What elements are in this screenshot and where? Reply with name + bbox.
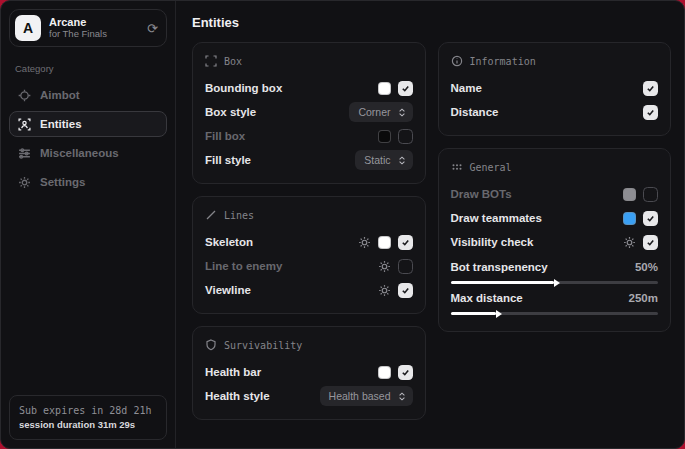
sidebar-item-settings[interactable]: Settings <box>9 169 167 195</box>
bot-transparency-slider-group: Bot transpenency 50% <box>451 261 659 284</box>
color-swatch[interactable] <box>623 188 636 201</box>
setting-row-box-style: Box style Corner <box>205 101 413 123</box>
lines-section-header: Lines <box>205 209 413 221</box>
max-distance-slider-group: Max distance 250m <box>451 292 659 315</box>
sub-expiry-text: Sub expires in 28d 21h <box>19 403 157 418</box>
setting-label: Line to enemy <box>205 260 282 272</box>
checkbox[interactable] <box>398 235 413 250</box>
setting-label: Viewline <box>205 284 251 296</box>
sidebar-item-label: Entities <box>40 118 82 130</box>
gear-icon[interactable] <box>623 236 636 249</box>
slider-value: 250m <box>629 292 658 304</box>
setting-row-health-style: Health style Health based <box>205 385 413 407</box>
section-title: Box <box>224 56 242 67</box>
setting-label: Skeleton <box>205 236 253 248</box>
setting-label: Draw BOTs <box>451 188 512 200</box>
fill-style-dropdown[interactable]: Static <box>355 150 412 170</box>
setting-row-fill-style: Fill style Static <box>205 149 413 171</box>
setting-row-name: Name <box>451 77 659 99</box>
shield-icon <box>205 339 217 351</box>
section-title: Lines <box>224 210 254 221</box>
setting-label: Distance <box>451 106 499 118</box>
max-distance-slider[interactable] <box>451 312 659 315</box>
app-subtitle: for The Finals <box>49 29 139 40</box>
section-title: Information <box>470 56 536 67</box>
entities-icon <box>18 118 31 131</box>
desktop-background: { "app": { "name": "Arcane", "subtitle":… <box>0 0 685 449</box>
box-style-dropdown[interactable]: Corner <box>349 102 412 122</box>
brand-card: A Arcane for The Finals ⟳ <box>9 9 167 47</box>
slider-label: Bot transpenency <box>451 261 548 273</box>
checkbox[interactable] <box>643 211 658 226</box>
section-title: Survivability <box>224 340 302 351</box>
setting-row-fill-box: Fill box <box>205 125 413 147</box>
sidebar-item-entities[interactable]: Entities <box>9 111 167 137</box>
section-title: General <box>470 162 512 173</box>
setting-row-distance: Distance <box>451 101 659 123</box>
sync-icon[interactable]: ⟳ <box>147 21 158 36</box>
checkbox[interactable] <box>398 259 413 274</box>
slider-value: 50% <box>635 261 658 273</box>
gear-icon[interactable] <box>378 260 391 273</box>
general-section: General Draw BOTs Draw teammates <box>438 148 672 332</box>
sidebar-item-label: Miscellaneous <box>40 147 119 159</box>
setting-row-draw-bots: Draw BOTs <box>451 183 659 205</box>
chevron-up-down-icon <box>398 391 406 402</box>
dropdown-value: Static <box>364 154 390 166</box>
health-style-dropdown[interactable]: Health based <box>320 386 413 406</box>
setting-row-visibility-check: Visibility check <box>451 231 659 253</box>
setting-row-viewline: Viewline <box>205 279 413 301</box>
diagonal-line-icon <box>205 209 217 221</box>
setting-row-bounding-box: Bounding box <box>205 77 413 99</box>
slider-fill <box>451 281 555 284</box>
gear-icon <box>18 176 31 189</box>
category-label: Category <box>15 63 161 74</box>
subscription-info: Sub expires in 28d 21h session duration … <box>9 395 167 440</box>
slider-label: Max distance <box>451 292 523 304</box>
sidebar-item-miscellaneous[interactable]: Miscellaneous <box>9 140 167 166</box>
setting-row-skeleton: Skeleton <box>205 231 413 253</box>
app-window: A Arcane for The Finals ⟳ Category Aimbo… <box>0 0 685 449</box>
session-duration-text: session duration 31m 29s <box>19 418 157 432</box>
checkbox[interactable] <box>398 283 413 298</box>
color-swatch[interactable] <box>623 212 636 225</box>
sidebar: A Arcane for The Finals ⟳ Category Aimbo… <box>1 1 176 448</box>
slider-fill <box>451 312 497 315</box>
checkbox[interactable] <box>643 105 658 120</box>
dropdown-value: Health based <box>329 390 391 402</box>
color-swatch[interactable] <box>378 130 391 143</box>
setting-label: Draw teammates <box>451 212 542 224</box>
app-name: Arcane <box>49 16 139 29</box>
box-section-header: Box <box>205 55 413 67</box>
box-section: Box Bounding box Box style Corner <box>192 42 426 184</box>
checkbox[interactable] <box>398 129 413 144</box>
chevron-up-down-icon <box>398 107 406 118</box>
brand-text: Arcane for The Finals <box>49 16 139 40</box>
checkbox[interactable] <box>643 81 658 96</box>
bot-transparency-slider[interactable] <box>451 281 659 284</box>
checkbox[interactable] <box>398 81 413 96</box>
color-swatch[interactable] <box>378 236 391 249</box>
survivability-section: Survivability Health bar Health style He… <box>192 326 426 420</box>
sidebar-item-aimbot[interactable]: Aimbot <box>9 82 167 108</box>
setting-label: Bounding box <box>205 82 282 94</box>
checkbox[interactable] <box>643 187 658 202</box>
setting-label: Box style <box>205 106 256 118</box>
color-swatch[interactable] <box>378 366 391 379</box>
chevron-up-down-icon <box>398 155 406 166</box>
gear-icon[interactable] <box>358 236 371 249</box>
survivability-section-header: Survivability <box>205 339 413 351</box>
sidebar-nav: Aimbot Entities Miscellaneous Settings <box>9 82 167 395</box>
checkbox[interactable] <box>398 365 413 380</box>
sidebar-item-label: Settings <box>40 176 85 188</box>
info-icon <box>451 55 463 67</box>
color-swatch[interactable] <box>378 82 391 95</box>
setting-label: Visibility check <box>451 236 534 248</box>
setting-label: Health style <box>205 390 270 402</box>
gear-icon[interactable] <box>378 284 391 297</box>
setting-label: Fill box <box>205 130 245 142</box>
setting-label: Health bar <box>205 366 261 378</box>
box-scan-icon <box>205 55 217 67</box>
setting-row-draw-teammates: Draw teammates <box>451 207 659 229</box>
checkbox[interactable] <box>643 235 658 250</box>
